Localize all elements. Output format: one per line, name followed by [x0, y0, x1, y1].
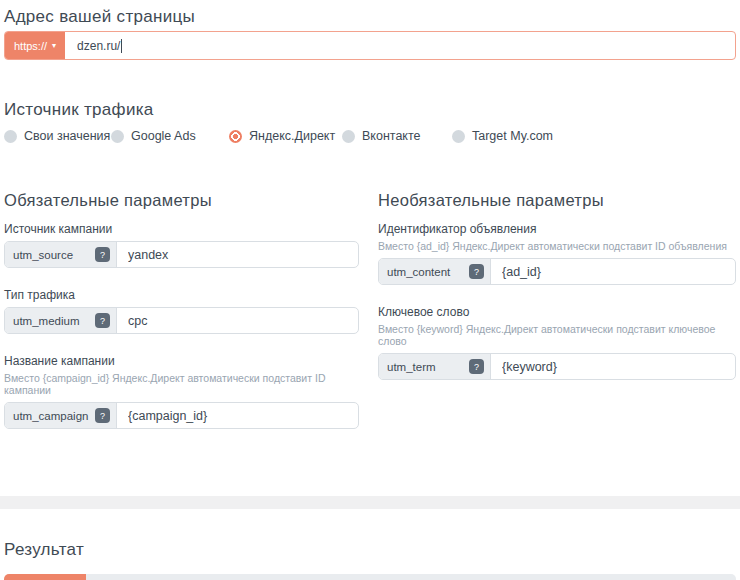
utm-term-field: Ключевое слово Вместо {keyword} Яндекс.Д…	[378, 305, 736, 380]
result-row: Копировать https://dzen.ru/?utm_source=y…	[4, 574, 736, 580]
utm-campaign-input-group: utm_campaign ?	[4, 402, 359, 429]
field-hint: Вместо {campaign_id} Яндекс.Директ автом…	[4, 372, 359, 396]
utm-content-input[interactable]	[491, 259, 735, 284]
utm-term-input[interactable]	[491, 354, 735, 379]
utm-medium-prefix: utm_medium ?	[5, 308, 117, 333]
protocol-dropdown-button[interactable]: https:// ▾	[5, 32, 65, 59]
chevron-down-icon: ▾	[52, 42, 56, 50]
address-section-title: Адрес вашей страницы	[4, 7, 736, 26]
help-icon[interactable]: ?	[95, 313, 110, 328]
traffic-source-title: Источник трафика	[4, 100, 736, 119]
help-icon[interactable]: ?	[469, 264, 484, 279]
field-hint: Вместо {ad_id} Яндекс.Директ автоматичес…	[378, 240, 736, 252]
help-icon[interactable]: ?	[95, 408, 110, 423]
utm-content-input-group: utm_content ?	[378, 258, 736, 285]
radio-icon	[4, 130, 17, 143]
utm-campaign-field: Название кампании Вместо {campaign_id} Я…	[4, 354, 359, 429]
param-name: utm_medium	[13, 315, 79, 327]
required-params-title: Обязательные параметры	[4, 190, 359, 210]
result-url-field[interactable]: https://dzen.ru/?utm_source=yandex&utm_m…	[86, 574, 736, 580]
utm-term-input-group: utm_term ?	[378, 353, 736, 380]
field-label: Источник кампании	[4, 222, 359, 236]
utm-campaign-input[interactable]	[117, 403, 358, 428]
help-icon[interactable]: ?	[95, 247, 110, 262]
text-cursor	[121, 39, 122, 53]
radio-option-target-my[interactable]: Target My.com	[452, 129, 553, 143]
parameters-section: Обязательные параметры Источник кампании…	[4, 190, 736, 449]
radio-option-yandex-direct[interactable]: Яндекс.Директ	[229, 129, 342, 143]
optional-params-title: Необязательные параметры	[378, 190, 736, 210]
radio-icon	[452, 130, 465, 143]
radio-selected-icon	[229, 130, 242, 143]
field-label: Идентификатор объявления	[378, 222, 736, 236]
url-input-group: https:// ▾ dzen.ru/	[4, 31, 736, 60]
utm-content-field: Идентификатор объявления Вместо {ad_id} …	[378, 222, 736, 285]
field-label: Тип трафика	[4, 288, 359, 302]
utm-content-prefix: utm_content ?	[379, 259, 491, 284]
section-divider	[0, 496, 740, 509]
utm-source-input[interactable]	[117, 242, 358, 267]
utm-builder-page: Адрес вашей страницы https:// ▾ dzen.ru/…	[0, 7, 740, 580]
param-name: utm_term	[387, 361, 436, 373]
copy-button[interactable]: Копировать	[4, 574, 86, 580]
param-name: utm_content	[387, 266, 450, 278]
radio-option-google-ads[interactable]: Google Ads	[111, 129, 229, 143]
utm-medium-input-group: utm_medium ?	[4, 307, 359, 334]
field-label: Ключевое слово	[378, 305, 736, 319]
utm-source-prefix: utm_source ?	[5, 242, 117, 267]
utm-campaign-prefix: utm_campaign ?	[5, 403, 117, 428]
field-hint: Вместо {keyword} Яндекс.Директ автоматич…	[378, 323, 736, 347]
utm-medium-field: Тип трафика utm_medium ?	[4, 288, 359, 334]
field-label: Название кампании	[4, 354, 359, 368]
param-name: utm_campaign	[13, 410, 88, 422]
radio-option-vkontakte[interactable]: Вконтакте	[342, 129, 452, 143]
page-url-value: dzen.ru/	[77, 39, 120, 53]
radio-option-custom-values[interactable]: Свои значения	[4, 129, 111, 143]
optional-params-column: Необязательные параметры Идентификатор о…	[378, 190, 736, 449]
traffic-source-radio-group: Свои значения Google Ads Яндекс.Директ В…	[4, 129, 736, 143]
radio-icon	[111, 130, 124, 143]
utm-term-prefix: utm_term ?	[379, 354, 491, 379]
protocol-label: https://	[14, 40, 47, 52]
page-url-input[interactable]: dzen.ru/	[65, 32, 735, 59]
param-name: utm_source	[13, 249, 73, 261]
required-params-column: Обязательные параметры Источник кампании…	[4, 190, 359, 449]
help-icon[interactable]: ?	[469, 359, 484, 374]
utm-medium-input[interactable]	[117, 308, 358, 333]
utm-source-input-group: utm_source ?	[4, 241, 359, 268]
utm-source-field: Источник кампании utm_source ?	[4, 222, 359, 268]
result-title: Результат	[4, 540, 736, 559]
radio-icon	[342, 130, 355, 143]
